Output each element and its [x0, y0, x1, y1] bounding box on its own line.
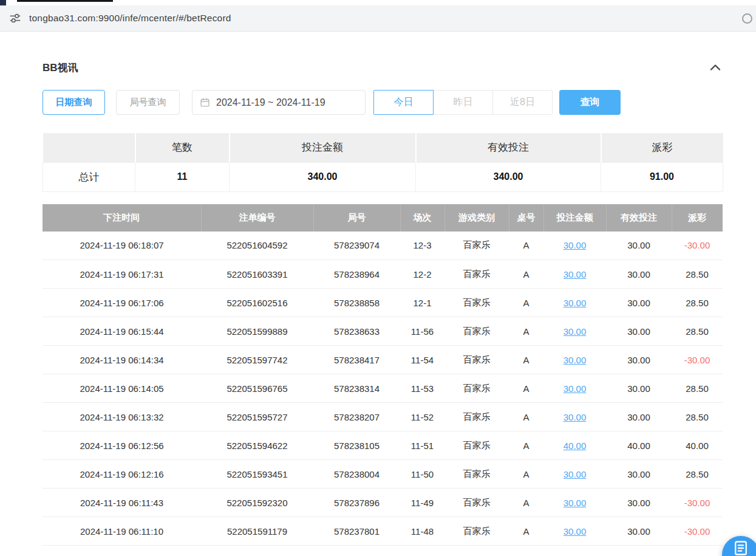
- bet-amount-link[interactable]: 30.00: [564, 412, 587, 422]
- table-no-cell: A: [509, 517, 543, 546]
- table-no-cell: A: [509, 374, 543, 403]
- bet-amount-link[interactable]: 30.00: [564, 469, 587, 479]
- table-row: 2024-11-19 06:13:32 522051595727 5782382…: [43, 403, 723, 431]
- bet-time-cell: 2024-11-19 06:17:06: [43, 289, 201, 317]
- bet-amount-link[interactable]: 30.00: [564, 526, 587, 537]
- payout-cell: -30.00: [672, 517, 723, 546]
- bet-id-cell: 522051603391: [201, 260, 313, 289]
- bet-amount-link[interactable]: 30.00: [564, 240, 587, 250]
- bet-record-page: BB视讯 日期查询 局号查询 2024-11-19 ~ 2024-11-19 今…: [0, 60, 756, 546]
- game-type-cell: 百家乐: [444, 289, 509, 317]
- bet-id-cell: 522051604592: [201, 232, 313, 260]
- round-id-cell: 578238207: [313, 403, 400, 431]
- session-cell: 12-2: [400, 260, 444, 289]
- summary-total-count: 11: [135, 162, 230, 191]
- table-row: 2024-11-19 06:11:10 522051591179 5782378…: [43, 517, 723, 546]
- date-range-picker[interactable]: 2024-11-19 ~ 2024-11-19: [192, 90, 366, 115]
- game-type-cell: 百家乐: [444, 260, 509, 289]
- bet-id-cell: 522051593451: [201, 460, 313, 489]
- bet-time-cell: 2024-11-19 06:18:07: [43, 232, 201, 260]
- game-type-cell: 百家乐: [444, 346, 509, 374]
- payout-cell: 28.50: [672, 317, 723, 346]
- summary-total-row: 总计 11 340.00 340.00 91.00: [43, 162, 723, 191]
- bet-amount-cell: 30.00: [543, 403, 606, 431]
- date-query-tab[interactable]: 日期查询: [43, 90, 105, 115]
- round-id-cell: 578238314: [313, 374, 400, 403]
- url-text[interactable]: tongbao31.com:9900/infe/mcenter/#/betRec…: [29, 13, 231, 24]
- bet-table-body: 2024-11-19 06:18:07 522051604592 5782390…: [43, 232, 723, 546]
- table-no-cell: A: [509, 346, 543, 374]
- table-no-cell: A: [509, 403, 543, 431]
- summary-header-bet-amount: 投注金额: [230, 133, 416, 162]
- table-row: 2024-11-19 06:11:43 522051592320 5782378…: [43, 489, 723, 517]
- bet-amount-cell: 30.00: [543, 289, 606, 317]
- bet-id-cell: 522051592320: [201, 489, 313, 517]
- payout-cell: 28.50: [672, 260, 723, 289]
- valid-bet-cell: 30.00: [606, 317, 672, 346]
- bet-id-cell: 522051597742: [201, 346, 313, 374]
- session-cell: 12-3: [400, 232, 444, 260]
- summary-header-payout: 派彩: [601, 133, 723, 162]
- bet-table-header-row: 下注时间 注单编号 局号 场次 游戏类别 桌号 投注金额 有效投注 派彩: [43, 204, 723, 232]
- bet-amount-cell: 30.00: [543, 317, 606, 346]
- date-range-value: 2024-11-19 ~ 2024-11-19: [216, 97, 325, 108]
- bet-amount-link[interactable]: 30.00: [564, 498, 587, 508]
- search-button[interactable]: 查询: [559, 90, 621, 115]
- page-title: BB视讯: [43, 61, 78, 75]
- bet-amount-cell: 30.00: [543, 489, 606, 517]
- bet-id-cell: 522051591179: [201, 517, 313, 546]
- bet-amount-link[interactable]: 30.00: [564, 355, 587, 365]
- yesterday-button[interactable]: 昨日: [433, 90, 493, 115]
- summary-header-valid-bet: 有效投注: [416, 133, 601, 162]
- bet-time-cell: 2024-11-19 06:12:56: [43, 431, 201, 460]
- valid-bet-cell: 40.00: [606, 431, 672, 460]
- bet-id-cell: 522051602516: [201, 289, 313, 317]
- chevron-up-icon[interactable]: [708, 60, 723, 75]
- table-no-cell: A: [509, 232, 543, 260]
- table-row: 2024-11-19 06:12:16 522051593451 5782380…: [43, 460, 723, 489]
- bet-amount-cell: 30.00: [543, 460, 606, 489]
- valid-bet-cell: 30.00: [606, 374, 672, 403]
- table-row: 2024-11-19 06:12:56 522051594622 5782381…: [43, 431, 723, 460]
- col-bet-amount: 投注金额: [543, 204, 606, 232]
- round-query-tab[interactable]: 局号查询: [116, 90, 180, 115]
- valid-bet-cell: 30.00: [606, 346, 672, 374]
- game-type-cell: 百家乐: [444, 489, 509, 517]
- last-8-days-button[interactable]: 近8日: [492, 90, 553, 115]
- bet-amount-link[interactable]: 40.00: [564, 441, 587, 451]
- payout-cell: -30.00: [672, 346, 723, 374]
- col-payout: 派彩: [672, 204, 723, 232]
- summary-header-blank: [43, 133, 135, 162]
- session-cell: 11-53: [400, 374, 444, 403]
- valid-bet-cell: 30.00: [606, 460, 672, 489]
- round-id-cell: 578238004: [313, 460, 400, 489]
- session-cell: 11-49: [400, 489, 444, 517]
- payout-cell: 28.50: [672, 403, 723, 431]
- today-button[interactable]: 今日: [373, 90, 434, 115]
- bet-amount-link[interactable]: 30.00: [564, 383, 587, 394]
- table-no-cell: A: [509, 489, 543, 517]
- address-bar[interactable]: tongbao31.com:9900/infe/mcenter/#/betRec…: [0, 5, 756, 32]
- summary-total-valid-bet: 340.00: [416, 162, 601, 191]
- game-type-cell: 百家乐: [444, 374, 509, 403]
- round-id-cell: 578238633: [313, 317, 400, 346]
- bet-amount-link[interactable]: 30.00: [564, 326, 587, 337]
- browser-chrome: tongbao31.com:9900/infe/mcenter/#/betRec…: [0, 0, 756, 32]
- bet-time-cell: 2024-11-19 06:17:31: [43, 260, 201, 289]
- browser-extension-icon[interactable]: [742, 13, 752, 24]
- summary-total-bet-amount: 340.00: [230, 162, 416, 191]
- bet-amount-link[interactable]: 30.00: [564, 298, 587, 308]
- bet-amount-link[interactable]: 30.00: [564, 269, 587, 280]
- col-session: 场次: [400, 204, 444, 232]
- bet-time-cell: 2024-11-19 06:11:43: [43, 489, 201, 517]
- payout-cell: 28.50: [672, 374, 723, 403]
- round-id-cell: 578238417: [313, 346, 400, 374]
- table-row: 2024-11-19 06:14:05 522051596765 5782383…: [43, 374, 723, 403]
- valid-bet-cell: 30.00: [606, 517, 672, 546]
- payout-cell: -30.00: [672, 232, 723, 260]
- tab-favicon: [0, 0, 6, 5]
- site-settings-icon[interactable]: [9, 12, 22, 25]
- filter-toolbar: 日期查询 局号查询 2024-11-19 ~ 2024-11-19 今日 昨日 …: [43, 90, 723, 115]
- summary-header-count: 笔数: [135, 133, 230, 162]
- bet-amount-cell: 30.00: [543, 260, 606, 289]
